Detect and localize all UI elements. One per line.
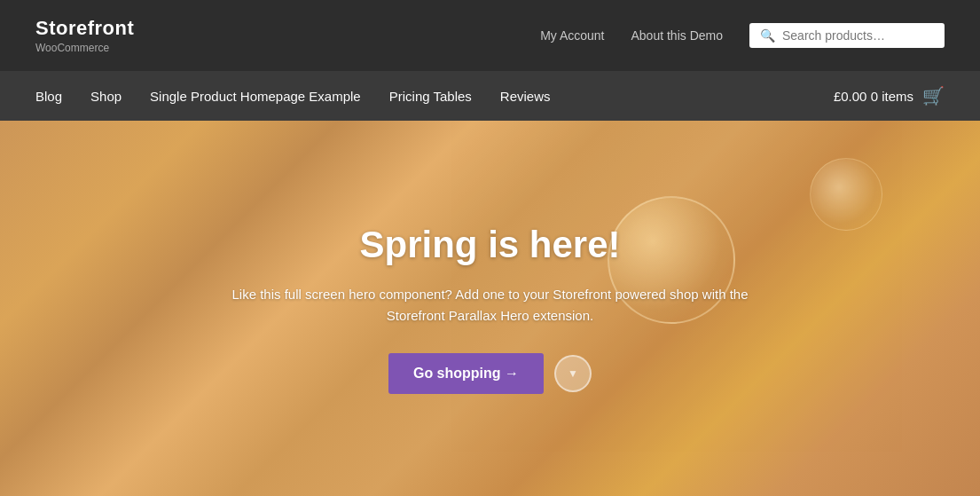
search-box[interactable]: 🔍 (749, 23, 945, 48)
nav-pricing[interactable]: Pricing Tables (389, 89, 472, 104)
top-bar: Storefront WooCommerce My Account About … (0, 0, 980, 71)
scroll-down-indicator[interactable] (554, 355, 592, 392)
go-shopping-button[interactable]: Go shopping → (388, 353, 544, 394)
search-icon: 🔍 (760, 28, 775, 43)
nav-blog[interactable]: Blog (35, 89, 62, 104)
search-input[interactable] (782, 28, 934, 43)
nav-single-product[interactable]: Single Product Homepage Example (150, 89, 361, 104)
cart-total: £0.00 0 items (834, 89, 913, 104)
hero-content: Spring is here! Like this full screen he… (198, 224, 783, 394)
cart-icon: 🛒 (922, 85, 945, 106)
my-account-link[interactable]: My Account (540, 28, 604, 43)
cart-area[interactable]: £0.00 0 items 🛒 (834, 85, 945, 106)
brand-name[interactable]: Storefront (35, 17, 134, 40)
top-right-area: My Account About this Demo 🔍 (540, 23, 945, 48)
brand-subtitle: WooCommerce (35, 42, 134, 54)
hero-title: Spring is here! (216, 224, 765, 266)
hero-section: Spring is here! Like this full screen he… (0, 121, 980, 496)
hero-description: Like this full screen hero component? Ad… (216, 284, 765, 327)
main-nav: Blog Shop Single Product Homepage Exampl… (35, 89, 551, 104)
hero-cta-area: Go shopping → (216, 353, 765, 394)
about-demo-link[interactable]: About this Demo (631, 28, 724, 43)
brand: Storefront WooCommerce (35, 17, 134, 54)
nav-bar: Blog Shop Single Product Homepage Exampl… (0, 71, 980, 121)
nav-shop[interactable]: Shop (90, 89, 122, 104)
nav-reviews[interactable]: Reviews (500, 89, 551, 104)
